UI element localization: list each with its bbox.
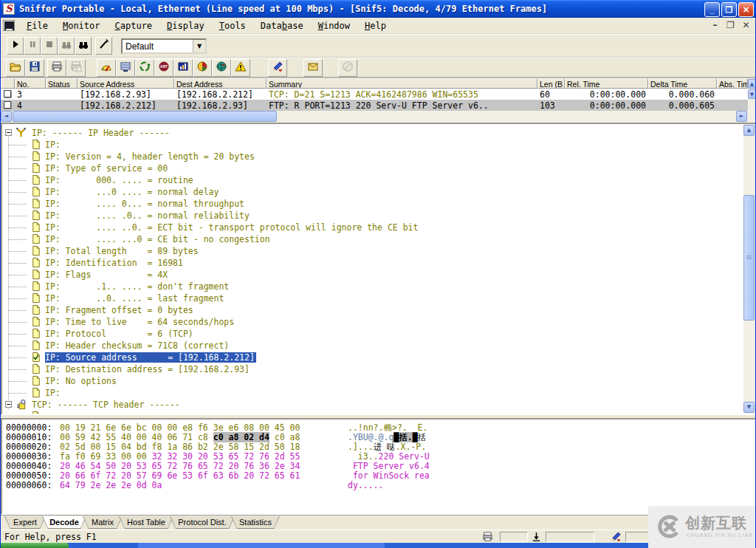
tree-line[interactable]: IP: .... 0... = normal throughput	[2, 198, 740, 210]
column-header-select[interactable]	[1, 78, 15, 89]
tree-line[interactable]: −IP: ------ IP Header ------	[2, 127, 740, 139]
print-button[interactable]	[47, 59, 66, 77]
scroll-up-icon[interactable]: ▲	[748, 79, 756, 89]
tree-line[interactable]: IP: .... ...0 = CE bit - no congestion	[2, 233, 740, 245]
packet-row-4[interactable]: 4[192.168.2.212][192.168.2.93]FTP: R POR…	[1, 100, 748, 111]
tree-line[interactable]: IP: Fragment offset = 0 bytes	[2, 304, 740, 316]
title-bar[interactable]: S Sniffer Portable - Local, Ethernet (Li…	[1, 0, 756, 18]
mdi-restore-button[interactable]: ❐	[724, 20, 737, 31]
taskbar-task[interactable]	[138, 543, 385, 548]
hex-row[interactable]: 00000030:fa f0 69 33 00 00 32 32 30 20 5…	[2, 451, 755, 461]
define-filter-button[interactable]	[95, 37, 112, 55]
start-button[interactable]	[1, 543, 69, 548]
tree-line[interactable]: IP: 000. .... = routine	[2, 174, 740, 186]
decode-vscrollbar[interactable]: ▲ ▼	[743, 124, 755, 414]
hex-row[interactable]: 00000040:20 46 54 50 20 53 65 72 76 65 7…	[2, 461, 755, 470]
column-header-summary[interactable]: Summary	[267, 78, 537, 89]
pie-chart-button[interactable]	[193, 59, 212, 77]
tree-line[interactable]: IP: Time to live = 64 seconds/hops	[2, 316, 740, 328]
tree-line[interactable]: IP: ..0. .... = last fragment	[2, 292, 740, 304]
mail-button[interactable]	[303, 59, 323, 77]
tree-line[interactable]	[2, 411, 740, 415]
document-icon[interactable]	[3, 20, 15, 31]
mdi-close-button[interactable]: ✕	[740, 20, 752, 31]
tree-line[interactable]: IP: .... ..0. = ECT bit - transport prot…	[2, 222, 740, 233]
close-button[interactable]: ✕	[738, 2, 754, 17]
scroll-right-icon[interactable]: ►	[736, 111, 747, 122]
column-header-source-address[interactable]: Source Address	[78, 78, 174, 89]
scroll-left-icon[interactable]: ◄	[1, 111, 12, 122]
column-header-delta-time[interactable]: Delta Time	[648, 78, 717, 89]
tab-decode[interactable]: Decode	[42, 516, 86, 529]
tree-line[interactable]: IP: Source address = [192.168.2.212]	[2, 352, 740, 363]
hscroll-thumb[interactable]	[13, 111, 277, 122]
tab-expert[interactable]: Expert	[4, 516, 46, 529]
packet-vscrollbar[interactable]: ▲ ▼	[748, 78, 756, 123]
tree-line[interactable]: IP: .... .0.. = normal reliability	[2, 210, 740, 222]
restore-button[interactable]: ❐	[721, 2, 737, 17]
hex-row[interactable]: 00000020:02 5d 00 15 04 bd f8 1a 86 b2 2…	[2, 442, 755, 451]
tab-statistics[interactable]: Statistics	[231, 516, 280, 529]
menu-database[interactable]: Database	[253, 19, 311, 32]
tree-line[interactable]: IP:	[2, 139, 740, 151]
scroll-down-icon[interactable]: ▼	[748, 89, 756, 99]
scroll-up-icon[interactable]: ▲	[743, 125, 755, 136]
column-header-dest-address[interactable]: Dest Address	[174, 78, 267, 89]
alarm-button[interactable]	[231, 59, 250, 77]
start-capture-button[interactable]	[7, 37, 24, 55]
globe-button[interactable]	[212, 59, 231, 77]
art-button[interactable]: ART	[154, 59, 173, 77]
tab-host-table[interactable]: Host Table	[119, 516, 173, 529]
menu-help[interactable]: Help	[357, 19, 394, 32]
tree-line[interactable]: IP: Header checksum = 71C8 (correct)	[2, 340, 740, 352]
tree-line[interactable]: −TCP: ------ TCP header ------	[2, 399, 740, 411]
menu-display[interactable]: Display	[159, 19, 212, 32]
scroll-down-icon[interactable]: ▼	[743, 402, 755, 413]
menu-tools[interactable]: Tools	[212, 19, 253, 32]
menu-capture[interactable]: Capture	[108, 19, 160, 32]
save-file-button[interactable]	[25, 59, 44, 77]
column-header-no-[interactable]: No.	[15, 78, 46, 89]
column-header-status[interactable]: Status	[46, 78, 78, 89]
tree-line[interactable]: IP: ...0 .... = normal delay	[2, 186, 740, 198]
menu-window[interactable]: Window	[311, 19, 357, 32]
hex-row[interactable]: 00000050:20 66 6f 72 20 57 69 6e 53 6f 6…	[2, 470, 755, 480]
tree-line[interactable]: IP: Flags = 4X	[2, 269, 740, 281]
chevron-down-icon[interactable]: ▼	[193, 40, 205, 52]
dashboard-button[interactable]	[97, 59, 116, 77]
frame-checkbox[interactable]	[4, 90, 11, 97]
column-header-rel-time[interactable]: Rel. Time	[565, 78, 648, 89]
search-button[interactable]	[75, 37, 92, 55]
tree-line[interactable]: IP: Destination address = [192.168.2.93]	[2, 363, 740, 375]
tab-protocol-dist-[interactable]: Protocol Dist.	[170, 516, 235, 529]
column-header-abs-time[interactable]: Abs. Time	[717, 78, 748, 89]
collapse-icon[interactable]: −	[5, 129, 12, 136]
mdi-minimize-button[interactable]: –	[709, 20, 721, 31]
hex-row[interactable]: 00000000:00 19 21 6e 6e bc 00 00 e8 f6 3…	[2, 422, 755, 432]
packet-hscrollbar[interactable]: ◄ ►	[1, 111, 748, 123]
vscroll-thumb[interactable]	[743, 195, 755, 321]
hex-row[interactable]: 00000060:64 79 2e 2e 2e 0d 0ady.....	[2, 480, 755, 490]
hex-row[interactable]: 00000010:00 59 42 55 40 00 40 06 71 c8 c…	[2, 432, 755, 442]
menu-file[interactable]: File	[19, 19, 55, 32]
matrix-button[interactable]	[135, 59, 154, 77]
profile-combobox[interactable]: Default ▼	[121, 38, 207, 54]
column-header-len-b[interactable]: Len (B	[537, 78, 565, 89]
tree-line[interactable]: IP: No options	[2, 375, 740, 387]
tab-matrix[interactable]: Matrix	[83, 516, 123, 529]
tree-line[interactable]: IP: Type of service = 00	[2, 162, 740, 174]
collapse-icon[interactable]: −	[5, 401, 12, 408]
packet-row-3[interactable]: 3[192.168.2.93][192.168.2.212]TCP: D=21 …	[1, 89, 748, 100]
open-file-button[interactable]	[6, 59, 25, 77]
bar-chart-button[interactable]	[173, 59, 193, 77]
tree-line[interactable]: IP:	[2, 387, 740, 399]
hex-dump-pane[interactable]: 00000000:00 19 21 6e 6e bc 00 00 e8 f6 3…	[1, 418, 756, 515]
capture-brush-button[interactable]	[268, 59, 287, 77]
minimize-button[interactable]: _	[704, 2, 720, 17]
frame-checkbox[interactable]	[4, 101, 11, 109]
tree-line[interactable]: IP: Total length = 89 bytes	[2, 245, 740, 257]
tree-line[interactable]: IP: Identification = 16981	[2, 257, 740, 269]
tree-line[interactable]: IP: Version = 4, header length = 20 byte…	[2, 151, 740, 162]
tree-line[interactable]: IP: Protocol = 6 (TCP)	[2, 328, 740, 340]
host-table-button[interactable]	[116, 59, 135, 77]
